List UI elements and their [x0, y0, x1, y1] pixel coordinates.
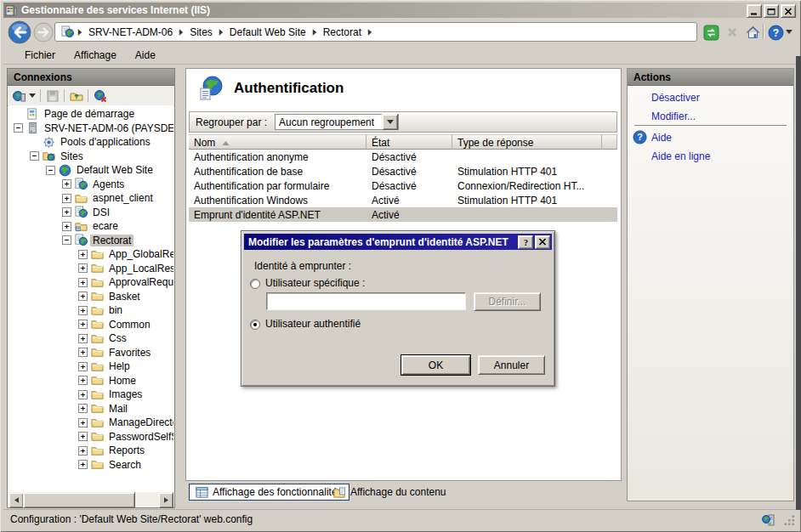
radio-specific-user[interactable] [250, 279, 260, 289]
close-button[interactable] [781, 4, 796, 18]
tree-item-help[interactable]: +Help [9, 359, 173, 374]
expand-icon[interactable]: + [62, 222, 71, 231]
tree-item-ecare[interactable]: +ecare [9, 219, 173, 234]
breadcrumb-item-sites[interactable]: Sites [190, 26, 213, 38]
maximize-button[interactable] [764, 4, 779, 18]
breadcrumb-chevron-icon[interactable] [179, 29, 184, 36]
menu-fichier[interactable]: Fichier [15, 48, 65, 63]
collapse-icon[interactable]: − [30, 151, 39, 161]
table-row-authentification-par-formulaire[interactable]: Authentification par formulaireDésactivé… [189, 178, 617, 193]
scrollbar-thumb[interactable] [23, 492, 135, 508]
tree-item-agents[interactable]: +Agents [9, 178, 173, 192]
expand-icon[interactable]: + [78, 362, 88, 371]
tree-item-basket[interactable]: +Basket [9, 290, 173, 304]
tree-item-rectorat[interactable]: −Rectorat [9, 234, 173, 248]
help-icon[interactable]: ? [767, 24, 784, 41]
expand-icon[interactable]: + [78, 446, 88, 456]
resize-grip-icon[interactable] [784, 515, 795, 526]
ok-button[interactable]: OK [401, 355, 470, 375]
expand-icon[interactable]: + [78, 334, 88, 343]
refresh-icon[interactable] [702, 24, 719, 41]
scroll-left-button[interactable] [9, 492, 24, 508]
tree-item-sites[interactable]: −Sites [9, 150, 173, 164]
breadcrumb-chevron-icon[interactable] [367, 29, 372, 36]
expand-icon[interactable]: + [78, 306, 88, 315]
back-button[interactable] [8, 20, 31, 44]
expand-icon[interactable]: + [78, 390, 88, 399]
expand-icon[interactable]: + [62, 179, 71, 189]
tree-item-approvalreques[interactable]: +ApprovalReques [9, 275, 173, 290]
expand-icon[interactable]: + [62, 194, 71, 203]
tree-item-srv-net-adm-06-paysdelalo[interactable]: −SRV-NET-ADM-06 (PAYSDELALO [9, 122, 173, 136]
breadcrumb-item-srv-net-adm-06[interactable]: SRV-NET-ADM-06 [88, 26, 173, 38]
dialog-close-button[interactable] [535, 235, 550, 249]
expand-icon[interactable]: + [78, 348, 88, 357]
tree-item-common[interactable]: +Common [9, 318, 173, 332]
expand-icon[interactable]: + [78, 404, 88, 413]
expand-icon[interactable]: + [78, 432, 88, 441]
tree-item-home[interactable]: +Home [9, 374, 173, 388]
breadcrumb-chevron-icon[interactable] [219, 29, 224, 36]
expand-icon[interactable]: + [78, 278, 88, 287]
tree-item-managedirectory[interactable]: +ManageDirectory [9, 416, 173, 430]
table-row-authentification-windows[interactable]: Authentification WindowsActivéStimulatio… [189, 193, 617, 207]
expand-icon[interactable]: + [78, 418, 88, 427]
tree-item-dsi[interactable]: +DSI [9, 206, 173, 220]
action-desactiver[interactable]: Désactiver [651, 92, 700, 104]
connection-caret-down-icon[interactable] [29, 93, 36, 98]
minimize-button[interactable] [747, 4, 762, 18]
collapse-icon[interactable]: − [46, 166, 55, 175]
tree-item-favorites[interactable]: +Favorites [9, 346, 173, 360]
tree-item-reports[interactable]: +Reports [9, 444, 173, 458]
breadcrumb-item-rectorat[interactable]: Rectorat [323, 26, 361, 38]
breadcrumb-chevron-icon[interactable] [312, 29, 317, 36]
expand-icon[interactable]: + [78, 376, 88, 385]
column-header-type-de-reponse[interactable]: Type de réponse [452, 134, 602, 150]
tree-item-passwordselfser[interactable]: +PasswordSelfSer [9, 430, 173, 444]
action-aide-en-ligne[interactable]: Aide en ligne [651, 150, 710, 162]
scroll-right-button[interactable] [158, 492, 173, 508]
expand-icon[interactable]: + [78, 263, 88, 273]
tree-item-app-localresou[interactable]: +App_LocalResou [9, 262, 173, 276]
collapse-icon[interactable]: − [14, 123, 23, 133]
column-header-nom[interactable]: Nom [189, 134, 366, 150]
tree-item-default-web-site[interactable]: −Default Web Site [9, 163, 173, 178]
tab-content-view[interactable]: Affichage du contenu [330, 484, 450, 501]
breadcrumb-chevron-icon[interactable] [77, 29, 82, 36]
breadcrumb-item-default-web-site[interactable]: Default Web Site [230, 26, 306, 38]
cancel-button[interactable]: Annuler [478, 355, 545, 375]
action-aide[interactable]: Aide [651, 132, 672, 144]
action-modifier[interactable]: Modifier... [651, 110, 696, 122]
table-row-authentification-de-base[interactable]: Authentification de baseDésactivéStimula… [189, 164, 617, 178]
menu-aide[interactable]: Aide [126, 48, 165, 63]
group-by-dropdown[interactable]: Aucun regroupement [275, 114, 399, 130]
expand-icon[interactable]: + [62, 207, 71, 217]
tree-item-app-globalresou[interactable]: +App_GlobalResou [9, 247, 173, 262]
menu-affichage[interactable]: Affichage [65, 48, 126, 63]
collapse-icon[interactable]: − [62, 235, 71, 245]
table-row-authentification-anonyme[interactable]: Authentification anonymeDésactivé [189, 150, 617, 164]
tree-item-search[interactable]: +Search [9, 458, 173, 473]
tree-horizontal-scrollbar[interactable] [9, 492, 173, 507]
expand-icon[interactable]: + [78, 460, 88, 469]
expand-icon[interactable]: + [78, 320, 88, 329]
tree-item-images[interactable]: +Images [9, 388, 173, 402]
expand-icon[interactable]: + [78, 291, 88, 301]
tree-item-mail[interactable]: +Mail [9, 402, 173, 416]
expand-icon[interactable]: + [78, 250, 88, 259]
create-connection-icon[interactable] [12, 88, 26, 103]
up-level-icon[interactable] [69, 88, 83, 103]
tree-item-bin[interactable]: +bin [9, 303, 173, 318]
column-header-etat[interactable]: État [366, 134, 452, 150]
radio-authenticated-user[interactable] [250, 320, 260, 330]
tab-features-view[interactable]: Affichage des fonctionnalités [189, 484, 349, 501]
tree-item-css[interactable]: +Css [9, 331, 173, 346]
tree-item-page-de-d-marrage[interactable]: Page de démarrage [9, 107, 173, 122]
home-icon[interactable] [744, 24, 761, 41]
table-row-emprunt-d-identit-asp-net[interactable]: Emprunt d'identité ASP.NETActivé [189, 207, 617, 222]
delete-connection-icon[interactable] [93, 88, 107, 103]
dialog-help-button[interactable]: ? [518, 235, 533, 249]
tree-item-pools-d-applications[interactable]: Pools d'applications [9, 135, 173, 150]
dropdown-button[interactable] [382, 114, 398, 130]
tree-item-aspnet-client[interactable]: +aspnet_client [9, 191, 173, 206]
